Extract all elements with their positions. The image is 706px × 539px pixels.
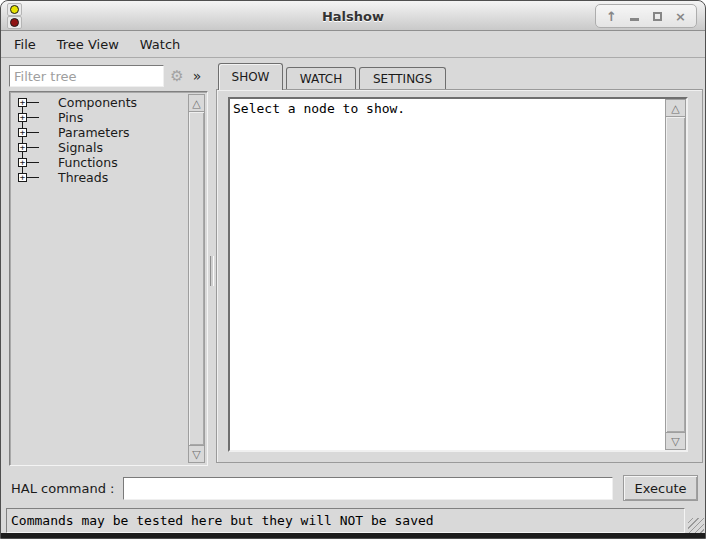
chevron-double-right-icon: » [193,68,202,84]
menubar: File Tree View Watch [1,32,705,58]
titlebar[interactable]: Halshow ↑ × [1,1,705,31]
tree-branch-line [27,147,39,148]
tree-item-label[interactable]: Components [58,95,137,110]
hal-command-label: HAL command : [11,481,114,496]
execute-button[interactable]: Execute [623,475,698,501]
panel-splitter-handle[interactable] [210,256,214,286]
tree-branch-line [27,102,39,103]
resize-grip-icon[interactable] [688,518,704,534]
tree-item-label[interactable]: Functions [58,155,118,170]
show-tab-page: Select a node to show. △ ▽ [216,89,703,463]
scroll-up-button[interactable]: △ [666,100,685,116]
expand-plus-icon[interactable]: + [18,158,27,167]
tree-branch-line [27,132,39,133]
shade-icon: ↑ [606,9,617,24]
expand-plus-icon[interactable]: + [18,113,27,122]
tree-rows: + Components + Pins + Parameters + Signa… [12,95,187,185]
minimize-button[interactable] [625,7,644,26]
tab-show[interactable]: SHOW [218,63,283,90]
shade-button[interactable]: ↑ [602,7,621,26]
hal-tree: + Components + Pins + Parameters + Signa… [9,91,208,466]
expand-plus-icon[interactable]: + [18,143,27,152]
tree-branch-line [27,162,39,163]
tree-item-parameters[interactable]: + Parameters [12,125,187,140]
close-icon: × [675,9,686,24]
close-button[interactable]: × [671,7,690,26]
tree-item-label[interactable]: Parameters [58,125,130,140]
expand-plus-icon[interactable]: + [18,173,27,182]
scroll-down-button[interactable]: ▽ [666,433,685,449]
tree-item-pins[interactable]: + Pins [12,110,187,125]
tree-item-label[interactable]: Pins [58,110,83,125]
expand-plus-icon[interactable]: + [18,98,27,107]
scroll-up-icon: △ [192,98,200,109]
status-bar: Commands may be tested here but they wil… [6,508,685,533]
tree-branch-line [27,117,39,118]
filter-tree-input[interactable] [9,65,164,87]
tab-watch[interactable]: WATCH [286,67,356,89]
show-text-widget: Select a node to show. △ ▽ [228,97,688,452]
gear-icon: ⚙ [170,67,183,85]
tree-item-threads[interactable]: + Threads [12,170,187,185]
tree-vertical-scrollbar[interactable]: △ ▽ [188,94,205,463]
filter-options-button[interactable]: ⚙ [168,65,186,87]
tree-item-signals[interactable]: + Signals [12,140,187,155]
menu-watch[interactable]: Watch [140,37,180,52]
scroll-down-button[interactable]: ▽ [189,446,204,462]
tree-item-label[interactable]: Threads [58,170,108,185]
scrollbar-thumb[interactable] [189,111,204,446]
tree-branch-line [27,177,39,178]
maximize-button[interactable] [648,7,667,26]
hal-command-input[interactable] [123,477,613,500]
window-controls: ↑ × [595,4,697,28]
scrollbar-thumb[interactable] [666,116,685,433]
scroll-up-icon: △ [671,103,679,114]
tree-item-functions[interactable]: + Functions [12,155,187,170]
scroll-down-icon: ▽ [671,436,679,447]
show-vertical-scrollbar[interactable]: △ ▽ [665,99,686,450]
menu-file[interactable]: File [14,37,36,52]
expand-panel-button[interactable]: » [188,65,206,87]
scroll-up-button[interactable]: △ [189,95,204,111]
tree-item-label[interactable]: Signals [58,140,103,155]
halshow-window: Halshow ↑ × File Tree View Watch ⚙ » + C… [0,0,706,539]
show-text-content[interactable]: Select a node to show. [230,99,665,450]
scroll-down-icon: ▽ [192,449,200,460]
window-bottom-border [1,533,705,538]
minimize-icon [630,18,639,21]
tree-item-components[interactable]: + Components [12,95,187,110]
expand-plus-icon[interactable]: + [18,128,27,137]
maximize-icon [653,12,662,21]
tab-settings[interactable]: SETTINGS [359,67,446,89]
menu-tree-view[interactable]: Tree View [57,37,119,52]
